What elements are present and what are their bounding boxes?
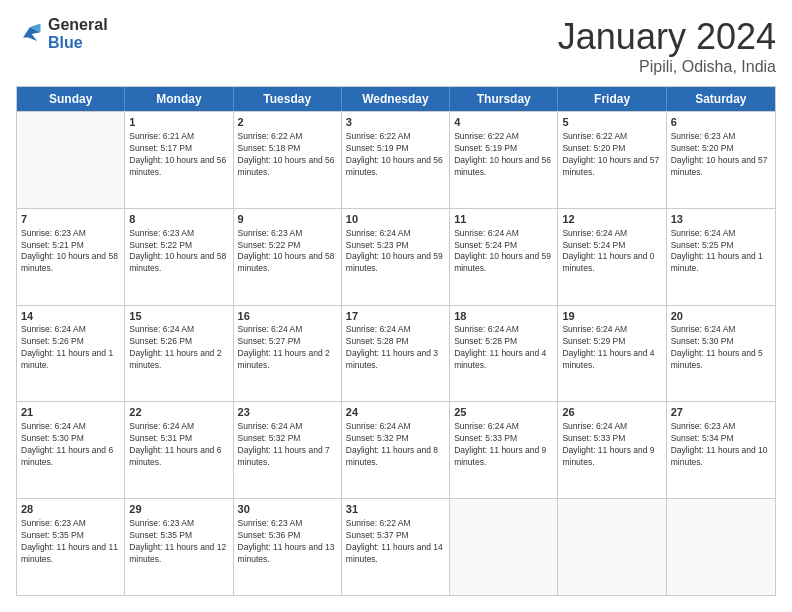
day-number: 4	[454, 115, 553, 130]
cell-info: Sunrise: 6:23 AMSunset: 5:35 PMDaylight:…	[129, 518, 228, 566]
cell-info: Sunrise: 6:22 AMSunset: 5:19 PMDaylight:…	[454, 131, 553, 179]
weekday-header: Wednesday	[342, 87, 450, 111]
calendar-cell: 8Sunrise: 6:23 AMSunset: 5:22 PMDaylight…	[125, 209, 233, 305]
cell-info: Sunrise: 6:24 AMSunset: 5:28 PMDaylight:…	[454, 324, 553, 372]
day-number: 5	[562, 115, 661, 130]
day-number: 22	[129, 405, 228, 420]
day-number: 3	[346, 115, 445, 130]
day-number: 13	[671, 212, 771, 227]
cell-info: Sunrise: 6:24 AMSunset: 5:23 PMDaylight:…	[346, 228, 445, 276]
cell-info: Sunrise: 6:24 AMSunset: 5:29 PMDaylight:…	[562, 324, 661, 372]
cell-info: Sunrise: 6:24 AMSunset: 5:24 PMDaylight:…	[454, 228, 553, 276]
calendar-cell: 2Sunrise: 6:22 AMSunset: 5:18 PMDaylight…	[234, 112, 342, 208]
logo-icon	[16, 20, 44, 48]
weekday-header: Tuesday	[234, 87, 342, 111]
calendar-cell: 9Sunrise: 6:23 AMSunset: 5:22 PMDaylight…	[234, 209, 342, 305]
calendar-cell: 26Sunrise: 6:24 AMSunset: 5:33 PMDayligh…	[558, 402, 666, 498]
calendar-body: 1Sunrise: 6:21 AMSunset: 5:17 PMDaylight…	[17, 111, 775, 595]
day-number: 10	[346, 212, 445, 227]
day-number: 26	[562, 405, 661, 420]
calendar-cell: 7Sunrise: 6:23 AMSunset: 5:21 PMDaylight…	[17, 209, 125, 305]
calendar-cell: 27Sunrise: 6:23 AMSunset: 5:34 PMDayligh…	[667, 402, 775, 498]
calendar-cell: 31Sunrise: 6:22 AMSunset: 5:37 PMDayligh…	[342, 499, 450, 595]
calendar-cell: 5Sunrise: 6:22 AMSunset: 5:20 PMDaylight…	[558, 112, 666, 208]
cell-info: Sunrise: 6:24 AMSunset: 5:28 PMDaylight:…	[346, 324, 445, 372]
cell-info: Sunrise: 6:22 AMSunset: 5:19 PMDaylight:…	[346, 131, 445, 179]
weekday-header: Thursday	[450, 87, 558, 111]
cell-info: Sunrise: 6:22 AMSunset: 5:18 PMDaylight:…	[238, 131, 337, 179]
day-number: 21	[21, 405, 120, 420]
day-number: 8	[129, 212, 228, 227]
day-number: 7	[21, 212, 120, 227]
day-number: 6	[671, 115, 771, 130]
cell-info: Sunrise: 6:21 AMSunset: 5:17 PMDaylight:…	[129, 131, 228, 179]
calendar-cell: 6Sunrise: 6:23 AMSunset: 5:20 PMDaylight…	[667, 112, 775, 208]
calendar-cell: 30Sunrise: 6:23 AMSunset: 5:36 PMDayligh…	[234, 499, 342, 595]
calendar-cell: 15Sunrise: 6:24 AMSunset: 5:26 PMDayligh…	[125, 306, 233, 402]
cell-info: Sunrise: 6:24 AMSunset: 5:31 PMDaylight:…	[129, 421, 228, 469]
calendar-cell: 22Sunrise: 6:24 AMSunset: 5:31 PMDayligh…	[125, 402, 233, 498]
weekday-header: Saturday	[667, 87, 775, 111]
day-number: 25	[454, 405, 553, 420]
cell-info: Sunrise: 6:23 AMSunset: 5:35 PMDaylight:…	[21, 518, 120, 566]
cell-info: Sunrise: 6:24 AMSunset: 5:26 PMDaylight:…	[129, 324, 228, 372]
cell-info: Sunrise: 6:23 AMSunset: 5:22 PMDaylight:…	[129, 228, 228, 276]
cell-info: Sunrise: 6:24 AMSunset: 5:26 PMDaylight:…	[21, 324, 120, 372]
calendar-cell: 12Sunrise: 6:24 AMSunset: 5:24 PMDayligh…	[558, 209, 666, 305]
calendar-cell: 13Sunrise: 6:24 AMSunset: 5:25 PMDayligh…	[667, 209, 775, 305]
location-subtitle: Pipili, Odisha, India	[558, 58, 776, 76]
cell-info: Sunrise: 6:23 AMSunset: 5:34 PMDaylight:…	[671, 421, 771, 469]
cell-info: Sunrise: 6:24 AMSunset: 5:32 PMDaylight:…	[346, 421, 445, 469]
calendar-row: 1Sunrise: 6:21 AMSunset: 5:17 PMDaylight…	[17, 111, 775, 208]
cell-info: Sunrise: 6:24 AMSunset: 5:33 PMDaylight:…	[454, 421, 553, 469]
calendar-cell: 23Sunrise: 6:24 AMSunset: 5:32 PMDayligh…	[234, 402, 342, 498]
calendar-cell: 3Sunrise: 6:22 AMSunset: 5:19 PMDaylight…	[342, 112, 450, 208]
day-number: 29	[129, 502, 228, 517]
weekday-header: Sunday	[17, 87, 125, 111]
logo: General Blue	[16, 16, 108, 52]
page: General Blue January 2024 Pipili, Odisha…	[0, 0, 792, 612]
calendar-row: 14Sunrise: 6:24 AMSunset: 5:26 PMDayligh…	[17, 305, 775, 402]
day-number: 28	[21, 502, 120, 517]
calendar: SundayMondayTuesdayWednesdayThursdayFrid…	[16, 86, 776, 596]
calendar-cell	[667, 499, 775, 595]
day-number: 12	[562, 212, 661, 227]
title-block: January 2024 Pipili, Odisha, India	[558, 16, 776, 76]
header: General Blue January 2024 Pipili, Odisha…	[16, 16, 776, 76]
cell-info: Sunrise: 6:24 AMSunset: 5:30 PMDaylight:…	[671, 324, 771, 372]
day-number: 14	[21, 309, 120, 324]
calendar-header: SundayMondayTuesdayWednesdayThursdayFrid…	[17, 87, 775, 111]
day-number: 27	[671, 405, 771, 420]
calendar-cell: 1Sunrise: 6:21 AMSunset: 5:17 PMDaylight…	[125, 112, 233, 208]
calendar-cell	[450, 499, 558, 595]
calendar-cell: 17Sunrise: 6:24 AMSunset: 5:28 PMDayligh…	[342, 306, 450, 402]
day-number: 11	[454, 212, 553, 227]
day-number: 30	[238, 502, 337, 517]
calendar-cell: 24Sunrise: 6:24 AMSunset: 5:32 PMDayligh…	[342, 402, 450, 498]
calendar-cell: 11Sunrise: 6:24 AMSunset: 5:24 PMDayligh…	[450, 209, 558, 305]
calendar-cell: 28Sunrise: 6:23 AMSunset: 5:35 PMDayligh…	[17, 499, 125, 595]
cell-info: Sunrise: 6:22 AMSunset: 5:20 PMDaylight:…	[562, 131, 661, 179]
cell-info: Sunrise: 6:24 AMSunset: 5:32 PMDaylight:…	[238, 421, 337, 469]
calendar-row: 28Sunrise: 6:23 AMSunset: 5:35 PMDayligh…	[17, 498, 775, 595]
day-number: 20	[671, 309, 771, 324]
weekday-header: Friday	[558, 87, 666, 111]
cell-info: Sunrise: 6:23 AMSunset: 5:36 PMDaylight:…	[238, 518, 337, 566]
day-number: 19	[562, 309, 661, 324]
day-number: 17	[346, 309, 445, 324]
calendar-cell: 16Sunrise: 6:24 AMSunset: 5:27 PMDayligh…	[234, 306, 342, 402]
cell-info: Sunrise: 6:24 AMSunset: 5:27 PMDaylight:…	[238, 324, 337, 372]
calendar-cell: 14Sunrise: 6:24 AMSunset: 5:26 PMDayligh…	[17, 306, 125, 402]
calendar-cell: 29Sunrise: 6:23 AMSunset: 5:35 PMDayligh…	[125, 499, 233, 595]
calendar-cell	[17, 112, 125, 208]
calendar-cell: 18Sunrise: 6:24 AMSunset: 5:28 PMDayligh…	[450, 306, 558, 402]
cell-info: Sunrise: 6:24 AMSunset: 5:24 PMDaylight:…	[562, 228, 661, 276]
day-number: 15	[129, 309, 228, 324]
calendar-cell: 21Sunrise: 6:24 AMSunset: 5:30 PMDayligh…	[17, 402, 125, 498]
weekday-header: Monday	[125, 87, 233, 111]
day-number: 16	[238, 309, 337, 324]
calendar-cell: 20Sunrise: 6:24 AMSunset: 5:30 PMDayligh…	[667, 306, 775, 402]
calendar-row: 7Sunrise: 6:23 AMSunset: 5:21 PMDaylight…	[17, 208, 775, 305]
cell-info: Sunrise: 6:24 AMSunset: 5:25 PMDaylight:…	[671, 228, 771, 276]
calendar-cell: 4Sunrise: 6:22 AMSunset: 5:19 PMDaylight…	[450, 112, 558, 208]
